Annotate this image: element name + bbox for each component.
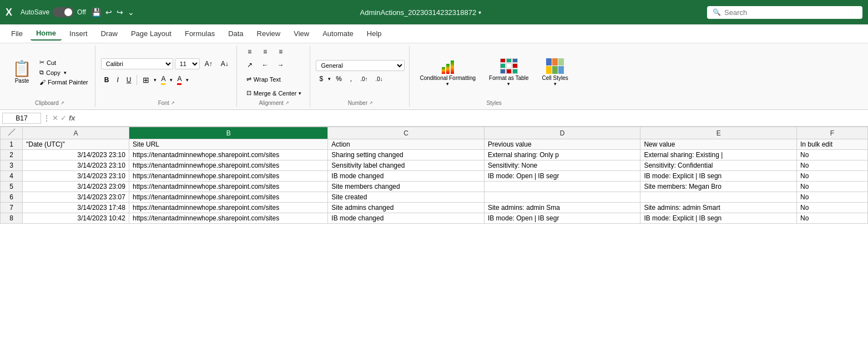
- menu-home[interactable]: Home: [31, 27, 62, 41]
- number-format-select[interactable]: General: [316, 60, 405, 71]
- cancel-formula-icon[interactable]: ✕: [52, 114, 58, 122]
- table-cell[interactable]: Site admins changed: [328, 203, 485, 213]
- indent-decrease-button[interactable]: ←: [258, 59, 272, 71]
- number-expand-icon[interactable]: ↗: [369, 100, 373, 105]
- merge-dropdown-icon[interactable]: ▾: [299, 90, 301, 96]
- table-cell[interactable]: Sensitivity: None: [484, 160, 640, 171]
- table-cell[interactable]: No: [797, 150, 868, 160]
- row-header[interactable]: 4: [1, 171, 23, 182]
- table-cell[interactable]: [484, 192, 640, 203]
- wrap-text-button[interactable]: ⇌ Wrap Text: [243, 73, 306, 85]
- save-icon[interactable]: 💾: [92, 8, 101, 17]
- table-cell[interactable]: In bulk edit: [797, 139, 868, 150]
- font-decrease-button[interactable]: A↓: [218, 58, 232, 69]
- fill-color-button[interactable]: A: [158, 73, 169, 87]
- table-cell[interactable]: 3/14/2023 10:42: [23, 213, 129, 224]
- table-cell[interactable]: No: [797, 182, 868, 192]
- table-cell[interactable]: Site admins: admin Smart: [640, 203, 797, 213]
- table-cell[interactable]: Sharing setting changed: [328, 150, 485, 160]
- paste-button[interactable]: 📋 Paste: [9, 59, 35, 86]
- comma-button[interactable]: ,: [347, 73, 355, 84]
- col-header-d[interactable]: D: [484, 127, 640, 139]
- align-top-right-button[interactable]: ≡: [274, 46, 288, 58]
- table-cell[interactable]: No: [797, 160, 868, 171]
- table-cell[interactable]: https://tenantadminnewhope.sharepoint.co…: [129, 192, 327, 203]
- table-cell[interactable]: No: [797, 203, 868, 213]
- underline-button[interactable]: U: [123, 74, 135, 86]
- cut-button[interactable]: ✂ Cut: [37, 58, 90, 67]
- menu-review[interactable]: Review: [251, 27, 286, 40]
- menu-formulas[interactable]: Formulas: [179, 27, 220, 40]
- table-cell[interactable]: https://tenantadminnewhope.sharepoint.co…: [129, 213, 327, 224]
- bold-button[interactable]: B: [101, 74, 113, 86]
- menu-help[interactable]: Help: [361, 27, 387, 40]
- table-cell[interactable]: No: [797, 192, 868, 203]
- table-cell[interactable]: https://tenantadminnewhope.sharepoint.co…: [129, 171, 327, 182]
- table-cell[interactable]: 3/14/2023 23:10: [23, 160, 129, 171]
- font-size-select[interactable]: 11: [175, 58, 200, 69]
- clipboard-expand-icon[interactable]: ↗: [60, 100, 64, 105]
- table-cell[interactable]: https://tenantadminnewhope.sharepoint.co…: [129, 203, 327, 213]
- table-cell[interactable]: https://tenantadminnewhope.sharepoint.co…: [129, 160, 327, 171]
- row-header[interactable]: 7: [1, 203, 23, 213]
- copy-button[interactable]: ⧉ Copy ▾: [37, 68, 90, 77]
- col-header-c[interactable]: C: [328, 127, 485, 139]
- table-cell[interactable]: [640, 192, 797, 203]
- confirm-formula-icon[interactable]: ✓: [60, 114, 67, 122]
- table-cell[interactable]: Sensitivity: Confidential: [640, 160, 797, 171]
- table-cell[interactable]: 3/14/2023 17:48: [23, 203, 129, 213]
- table-cell[interactable]: External sharing: Only p: [484, 150, 640, 160]
- copy-dropdown-icon[interactable]: ▾: [64, 70, 67, 76]
- align-top-left-button[interactable]: ≡: [243, 46, 257, 58]
- table-cell[interactable]: Site URL: [129, 139, 327, 150]
- search-input[interactable]: [724, 8, 857, 17]
- format-as-table-button[interactable]: Format as Table ▾: [485, 57, 533, 88]
- cell-styles-button[interactable]: Cell Styles ▾: [538, 57, 573, 88]
- table-cell[interactable]: "Date (UTC)": [23, 139, 129, 150]
- col-header-a[interactable]: A: [23, 127, 129, 139]
- table-cell[interactable]: No: [797, 171, 868, 182]
- col-header-b[interactable]: B: [129, 127, 327, 139]
- insert-function-icon[interactable]: fx: [69, 114, 75, 122]
- table-cell[interactable]: Site members changed: [328, 182, 485, 192]
- align-top-center-button[interactable]: ≡: [258, 46, 272, 58]
- formula-input[interactable]: [78, 113, 866, 123]
- table-cell[interactable]: 3/14/2023 23:10: [23, 171, 129, 182]
- font-color-dropdown[interactable]: ▾: [186, 77, 189, 83]
- conditional-formatting-button[interactable]: Conditional Formatting ▾: [415, 57, 480, 88]
- row-header[interactable]: 1: [1, 139, 23, 150]
- orient-button[interactable]: ↗: [243, 59, 257, 71]
- menu-insert[interactable]: Insert: [64, 27, 93, 40]
- table-cell[interactable]: [484, 182, 640, 192]
- table-cell[interactable]: 3/14/2023 23:10: [23, 150, 129, 160]
- borders-dropdown[interactable]: ▾: [154, 77, 157, 83]
- row-header[interactable]: 2: [1, 150, 23, 160]
- col-header-e[interactable]: E: [640, 127, 797, 139]
- format-painter-button[interactable]: 🖌 Format Painter: [37, 78, 90, 87]
- cond-dropdown-icon[interactable]: ▾: [446, 81, 449, 87]
- percent-button[interactable]: %: [332, 73, 345, 84]
- font-increase-button[interactable]: A↑: [201, 58, 216, 69]
- row-header[interactable]: 8: [1, 213, 23, 224]
- font-name-select[interactable]: Calibri: [101, 58, 173, 69]
- cell-styles-dropdown[interactable]: ▾: [554, 81, 557, 87]
- table-cell[interactable]: Site created: [328, 192, 485, 203]
- menu-page-layout[interactable]: Page Layout: [125, 27, 177, 40]
- merge-center-button[interactable]: ⊡ Merge & Center ▾: [243, 87, 306, 99]
- table-cell[interactable]: Action: [328, 139, 485, 150]
- font-color-button[interactable]: A: [174, 73, 185, 87]
- table-cell[interactable]: New value: [640, 139, 797, 150]
- table-cell[interactable]: 3/14/2023 23:09: [23, 182, 129, 192]
- table-cell[interactable]: IB mode: Explicit | IB segn: [640, 171, 797, 182]
- alignment-expand-icon[interactable]: ↗: [285, 100, 289, 105]
- borders-button[interactable]: ⊞: [139, 74, 153, 86]
- table-cell[interactable]: IB mode changed: [328, 213, 485, 224]
- currency-dropdown[interactable]: ▾: [328, 76, 331, 82]
- table-cell[interactable]: IB mode: Explicit | IB segn: [640, 213, 797, 224]
- fill-dropdown[interactable]: ▾: [170, 77, 173, 83]
- autosave-toggle[interactable]: [53, 7, 74, 17]
- col-header-f[interactable]: F: [797, 127, 868, 139]
- table-cell[interactable]: Sensitivity label changed: [328, 160, 485, 171]
- menu-view[interactable]: View: [288, 27, 315, 40]
- redo-icon[interactable]: ↪: [117, 8, 123, 17]
